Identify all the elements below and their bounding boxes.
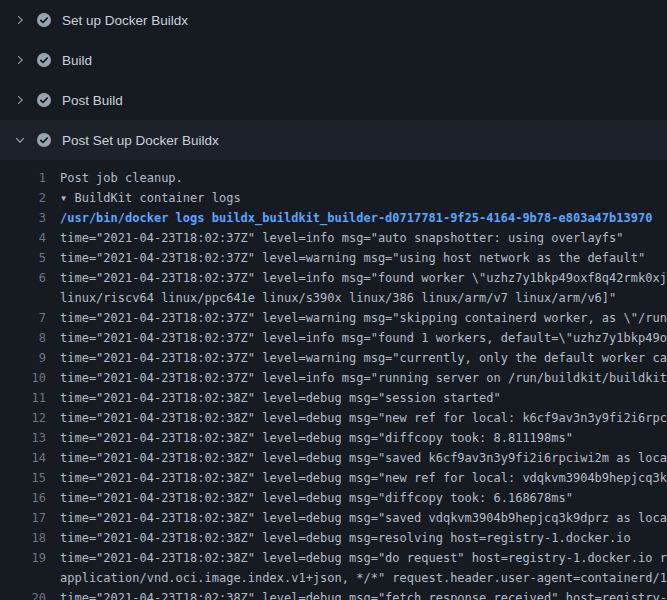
line-number[interactable]: 15 — [0, 468, 46, 488]
log-line: linux/riscv64 linux/ppc641e linux/s390x … — [0, 288, 667, 308]
chevron-right-icon — [12, 12, 28, 28]
line-number[interactable] — [0, 568, 46, 588]
line-number[interactable]: 19 — [0, 548, 46, 568]
log-line: 18 time="2021-04-23T18:02:38Z" level=deb… — [0, 528, 667, 548]
log-text: time="2021-04-23T18:02:37Z" level=info m… — [60, 328, 667, 348]
log-line: 4 time="2021-04-23T18:02:37Z" level=info… — [0, 228, 667, 248]
step-header-0[interactable]: Set up Docker Buildx — [0, 0, 667, 40]
step-header-3[interactable]: Post Set up Docker Buildx — [0, 120, 667, 160]
log-line: 2 ▾ BuildKit container logs — [0, 188, 667, 208]
log-line: 16 time="2021-04-23T18:02:38Z" level=deb… — [0, 488, 667, 508]
step-header-1[interactable]: Build — [0, 40, 667, 80]
log-text: time="2021-04-23T18:02:38Z" level=debug … — [60, 588, 667, 600]
check-circle-icon — [36, 132, 52, 148]
step-label: Post Set up Docker Buildx — [62, 133, 219, 148]
line-number[interactable]: 7 — [0, 308, 46, 328]
steps-list: Set up Docker Buildx Build Post Build — [0, 0, 667, 600]
line-number[interactable]: 8 — [0, 328, 46, 348]
line-number[interactable] — [0, 288, 46, 308]
log-line: 5 time="2021-04-23T18:02:37Z" level=warn… — [0, 248, 667, 268]
line-number[interactable]: 4 — [0, 228, 46, 248]
log-text: time="2021-04-23T18:02:38Z" level=debug … — [60, 448, 667, 468]
log-text: time="2021-04-23T18:02:38Z" level=debug … — [60, 528, 631, 548]
log-line: application/vnd.oci.image.index.v1+json,… — [0, 568, 667, 588]
chevron-right-icon — [12, 52, 28, 68]
log-line: 1 Post job cleanup. — [0, 168, 667, 188]
line-number[interactable]: 13 — [0, 428, 46, 448]
log-text: time="2021-04-23T18:02:38Z" level=debug … — [60, 488, 573, 508]
line-number[interactable]: 11 — [0, 388, 46, 408]
check-circle-icon — [36, 52, 52, 68]
line-number[interactable]: 14 — [0, 448, 46, 468]
check-circle-icon — [36, 12, 52, 28]
log-line: 3 /usr/bin/docker logs buildx_buildkit_b… — [0, 208, 667, 228]
log-text: time="2021-04-23T18:02:37Z" level=warnin… — [60, 348, 667, 368]
log-text: time="2021-04-23T18:02:38Z" level=debug … — [60, 428, 573, 448]
log-line: 14 time="2021-04-23T18:02:38Z" level=deb… — [0, 448, 667, 468]
log-line: 17 time="2021-04-23T18:02:38Z" level=deb… — [0, 508, 667, 528]
line-number[interactable]: 9 — [0, 348, 46, 368]
log-line: 19 time="2021-04-23T18:02:38Z" level=deb… — [0, 548, 667, 568]
line-number[interactable]: 12 — [0, 408, 46, 428]
log-line: 6 time="2021-04-23T18:02:37Z" level=info… — [0, 268, 667, 288]
log-line: 10 time="2021-04-23T18:02:37Z" level=inf… — [0, 368, 667, 388]
line-number[interactable]: 3 — [0, 208, 46, 228]
log-text: ▾ BuildKit container logs — [60, 188, 241, 208]
log-line: 15 time="2021-04-23T18:02:38Z" level=deb… — [0, 468, 667, 488]
log-text: time="2021-04-23T18:02:38Z" level=debug … — [60, 388, 501, 408]
line-number[interactable]: 2 — [0, 188, 46, 208]
step-label: Post Build — [62, 93, 123, 108]
log-text: time="2021-04-23T18:02:37Z" level=warnin… — [60, 308, 667, 328]
chevron-down-icon — [12, 132, 28, 148]
log-text: time="2021-04-23T18:02:38Z" level=debug … — [60, 408, 667, 428]
step-label: Set up Docker Buildx — [62, 13, 188, 28]
log-text: linux/riscv64 linux/ppc641e linux/s390x … — [60, 288, 616, 308]
log-text: time="2021-04-23T18:02:38Z" level=debug … — [60, 508, 667, 528]
line-number[interactable]: 18 — [0, 528, 46, 548]
log-text: time="2021-04-23T18:02:37Z" level=warnin… — [60, 248, 645, 268]
log-text: time="2021-04-23T18:02:38Z" level=debug … — [60, 468, 667, 488]
line-number[interactable]: 16 — [0, 488, 46, 508]
log-text: time="2021-04-23T18:02:37Z" level=info m… — [60, 368, 667, 388]
log-text: application/vnd.oci.image.index.v1+json,… — [60, 568, 667, 588]
workflow-log-viewer: Set up Docker Buildx Build Post Build — [0, 0, 667, 600]
line-number[interactable]: 20 — [0, 588, 46, 600]
log-line: 8 time="2021-04-23T18:02:37Z" level=info… — [0, 328, 667, 348]
log-text: time="2021-04-23T18:02:37Z" level=info m… — [60, 228, 624, 248]
line-number[interactable]: 6 — [0, 268, 46, 288]
log-line: 12 time="2021-04-23T18:02:38Z" level=deb… — [0, 408, 667, 428]
check-circle-icon — [36, 92, 52, 108]
log-line: 13 time="2021-04-23T18:02:38Z" level=deb… — [0, 428, 667, 448]
line-number[interactable]: 5 — [0, 248, 46, 268]
chevron-right-icon — [12, 92, 28, 108]
log-text: time="2021-04-23T18:02:37Z" level=info m… — [60, 268, 667, 288]
log-line: 7 time="2021-04-23T18:02:37Z" level=warn… — [0, 308, 667, 328]
log-text: Post job cleanup. — [60, 168, 183, 188]
line-number[interactable]: 17 — [0, 508, 46, 528]
log-line: 20 time="2021-04-23T18:02:38Z" level=deb… — [0, 588, 667, 600]
log-line: 9 time="2021-04-23T18:02:37Z" level=warn… — [0, 348, 667, 368]
line-number[interactable]: 1 — [0, 168, 46, 188]
log-line: 11 time="2021-04-23T18:02:38Z" level=deb… — [0, 388, 667, 408]
step-label: Build — [62, 53, 92, 68]
log-text: time="2021-04-23T18:02:38Z" level=debug … — [60, 548, 667, 568]
log-container: 1 Post job cleanup. 2 ▾ BuildKit contain… — [0, 160, 667, 600]
group-toggle-icon[interactable]: ▾ — [60, 191, 74, 205]
step-header-2[interactable]: Post Build — [0, 80, 667, 120]
log-text: /usr/bin/docker logs buildx_buildkit_bui… — [60, 208, 652, 228]
line-number[interactable]: 10 — [0, 368, 46, 388]
